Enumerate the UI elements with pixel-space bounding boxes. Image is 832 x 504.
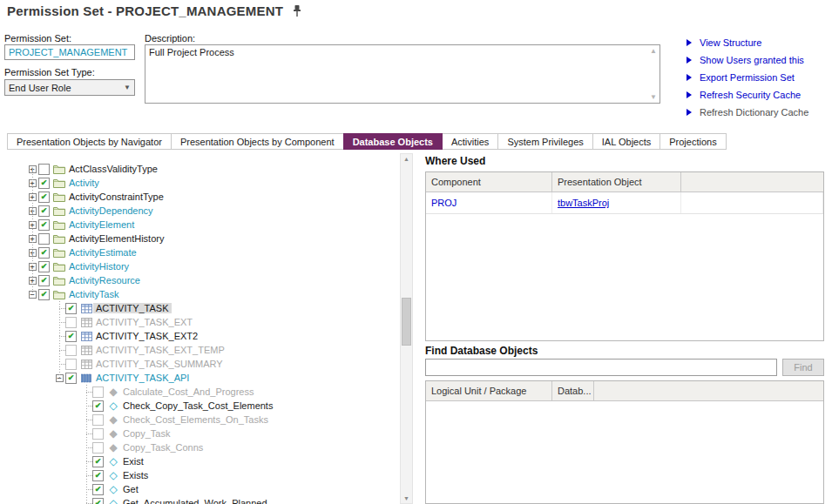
- tree-item-activity-task-summary[interactable]: ACTIVITY_TASK_SUMMARY: [7, 357, 399, 371]
- column-header-logical-unit-package[interactable]: Logical Unit / Package: [426, 381, 552, 400]
- action-export-permission-set[interactable]: Export Permission Set: [687, 69, 808, 86]
- checkbox[interactable]: ✔: [38, 219, 50, 231]
- checkbox[interactable]: [38, 164, 50, 175]
- tree-item-actclassvaliditytype[interactable]: +ActClassValidityType: [7, 162, 399, 176]
- tree-item-check-copy-task-cost-elements[interactable]: ✔◇Check_Copy_Task_Cost_Elements: [7, 399, 399, 413]
- tree-item-get-accumulated-work-planned[interactable]: ✔◇Get_Accumulated_Work_Planned: [7, 496, 399, 504]
- tree-item-exists[interactable]: ✔◇Exists: [7, 468, 399, 482]
- presentation-object-link[interactable]: tbwTaskProj: [558, 198, 609, 208]
- tab-projections[interactable]: Projections: [660, 133, 726, 150]
- checkbox[interactable]: [38, 233, 50, 245]
- find-database-objects-input[interactable]: [425, 359, 777, 376]
- tree-item-activity-task-api[interactable]: −✔ACTIVITY_TASK_API: [7, 371, 399, 385]
- tree-item-label[interactable]: ACTIVITY_TASK: [93, 303, 172, 313]
- checkbox[interactable]: ✔: [38, 205, 50, 217]
- tree-item-label[interactable]: Copy_Task: [120, 428, 172, 439]
- tree-item-label[interactable]: Check_Cost_Elements_On_Tasks: [120, 414, 271, 425]
- tab-activities[interactable]: Activities: [442, 133, 498, 150]
- checkbox[interactable]: ✔: [38, 289, 50, 300]
- column-header-component[interactable]: Component: [426, 172, 552, 192]
- tree-item-activity-task-ext-temp[interactable]: ACTIVITY_TASK_EXT_TEMP: [7, 343, 399, 357]
- tree-item-label[interactable]: ActivityHistory: [66, 261, 132, 272]
- tree-item-activity-task-ext2[interactable]: ✔ACTIVITY_TASK_EXT2: [7, 329, 399, 343]
- tree-item-label[interactable]: ActivityConstraintType: [66, 192, 166, 202]
- checkbox[interactable]: ✔: [38, 178, 50, 189]
- checkbox[interactable]: ✔: [38, 261, 50, 272]
- checkbox[interactable]: ✔: [92, 498, 104, 504]
- checkbox[interactable]: ✔: [92, 470, 104, 481]
- tree-item-label[interactable]: Copy_Task_Conns: [120, 442, 206, 453]
- tab-presentation-objects-by-navigator[interactable]: Presentation Objects by Navigator: [7, 133, 172, 150]
- tab-ial-objects[interactable]: IAL Objects: [592, 133, 660, 150]
- checkbox[interactable]: [92, 414, 104, 426]
- tree-item-label[interactable]: ActivityTask: [66, 289, 121, 299]
- checkbox[interactable]: ✔: [38, 247, 50, 259]
- checkbox[interactable]: [92, 386, 104, 398]
- tree-item-activityelementhistory[interactable]: +ActivityElementHistory: [7, 232, 399, 245]
- tree-item-label[interactable]: Calculate_Cost_And_Progress: [120, 386, 256, 397]
- tree-item-label[interactable]: ActivityElementHistory: [66, 233, 166, 244]
- tree-item-activityconstrainttype[interactable]: +✔ActivityConstraintType: [7, 190, 399, 204]
- checkbox[interactable]: [65, 317, 77, 328]
- tree-item-label[interactable]: ActClassValidityType: [66, 164, 160, 174]
- checkbox[interactable]: ✔: [65, 373, 77, 384]
- checkbox[interactable]: ✔: [65, 331, 77, 342]
- tree-item-calculate-cost-and-progress[interactable]: ◆Calculate_Cost_And_Progress: [7, 385, 399, 399]
- permission-set-type-select[interactable]: End User Role ▼: [4, 79, 135, 96]
- tab-database-objects[interactable]: Database Objects: [343, 133, 443, 150]
- tree-item-label[interactable]: ACTIVITY_TASK_API: [93, 373, 192, 383]
- scrollbar-up-icon[interactable]: ▲: [401, 156, 412, 162]
- tab-system-privileges[interactable]: System Privileges: [497, 133, 592, 150]
- tree-item-activityelement[interactable]: +✔ActivityElement: [7, 218, 399, 232]
- tree-item-label[interactable]: ACTIVITY_TASK_SUMMARY: [93, 359, 226, 369]
- tree-item-exist[interactable]: ✔◇Exist: [7, 454, 399, 468]
- checkbox[interactable]: ✔: [92, 400, 104, 412]
- tree-item-label[interactable]: Exist: [120, 456, 146, 467]
- tree-item-get[interactable]: ✔◇Get: [7, 482, 399, 496]
- tree-item-copy-task-conns[interactable]: ◆Copy_Task_Conns: [7, 440, 399, 454]
- pin-icon[interactable]: [292, 4, 302, 17]
- description-textarea[interactable]: Full Project Process ▲ ▼: [145, 44, 660, 104]
- action-show-users-granted-this[interactable]: Show Users granted this: [687, 51, 808, 69]
- checkbox[interactable]: [65, 359, 77, 370]
- tree-item-label[interactable]: ACTIVITY_TASK_EXT_TEMP: [93, 345, 227, 355]
- checkbox[interactable]: [92, 442, 104, 454]
- tree-item-activity-task-ext[interactable]: ACTIVITY_TASK_EXT: [7, 315, 399, 329]
- tree-item-label[interactable]: Check_Copy_Task_Cost_Elements: [120, 400, 275, 411]
- tree-item-check-cost-elements-on-tasks[interactable]: ◆Check_Cost_Elements_On_Tasks: [7, 413, 399, 427]
- column-header-database[interactable]: Datab...: [552, 381, 594, 400]
- checkbox[interactable]: [65, 345, 77, 356]
- tree-item-activityhistory[interactable]: +✔ActivityHistory: [7, 259, 399, 273]
- scrollbar-down-icon[interactable]: ▼: [401, 495, 412, 501]
- tab-presentation-objects-by-component[interactable]: Presentation Objects by Component: [171, 133, 344, 150]
- permission-set-input[interactable]: PROJECT_MANAGEMENT: [4, 44, 135, 60]
- checkbox[interactable]: ✔: [38, 275, 50, 286]
- tree-item-label[interactable]: ActivityDependency: [66, 205, 156, 216]
- checkbox[interactable]: ✔: [92, 484, 104, 495]
- tree-item-label[interactable]: Get: [120, 484, 141, 494]
- tree-item-label[interactable]: Exists: [120, 470, 151, 480]
- checkbox[interactable]: ✔: [38, 192, 50, 203]
- tree-item-copy-task[interactable]: ◆Copy_Task: [7, 427, 399, 440]
- action-refresh-dictionary-cache[interactable]: Refresh Dictionary Cache: [687, 104, 808, 121]
- checkbox[interactable]: ✔: [65, 303, 77, 314]
- table-row[interactable]: PROJtbwTaskProj: [426, 192, 823, 214]
- tree-item-activitydependency[interactable]: +✔ActivityDependency: [7, 204, 399, 218]
- tree-item-label[interactable]: Activity: [66, 178, 102, 188]
- action-refresh-security-cache[interactable]: Refresh Security Cache: [687, 86, 808, 104]
- tree-item-label[interactable]: ACTIVITY_TASK_EXT2: [93, 331, 200, 341]
- scrollbar-thumb[interactable]: [402, 298, 411, 346]
- action-view-structure[interactable]: View Structure: [687, 34, 808, 51]
- tree-item-activity-task[interactable]: ✔ACTIVITY_TASK: [7, 301, 399, 315]
- tree-item-activityestimate[interactable]: +✔ActivityEstimate: [7, 245, 399, 259]
- tree-item-label[interactable]: ActivityElement: [66, 219, 137, 230]
- tree-scrollbar[interactable]: ▲ ▼: [400, 153, 413, 504]
- checkbox[interactable]: ✔: [92, 456, 104, 467]
- column-header-presentation-object[interactable]: Presentation Object: [552, 172, 681, 192]
- tree-item-activity[interactable]: +✔Activity: [7, 176, 399, 190]
- tree-item-label[interactable]: ACTIVITY_TASK_EXT: [93, 317, 195, 327]
- tree-item-label[interactable]: Get_Accumulated_Work_Planned: [120, 498, 270, 504]
- tree-item-label[interactable]: ActivityEstimate: [66, 247, 139, 258]
- tree-item-activityresource[interactable]: +✔ActivityResource: [7, 273, 399, 287]
- find-button[interactable]: Find: [782, 359, 824, 376]
